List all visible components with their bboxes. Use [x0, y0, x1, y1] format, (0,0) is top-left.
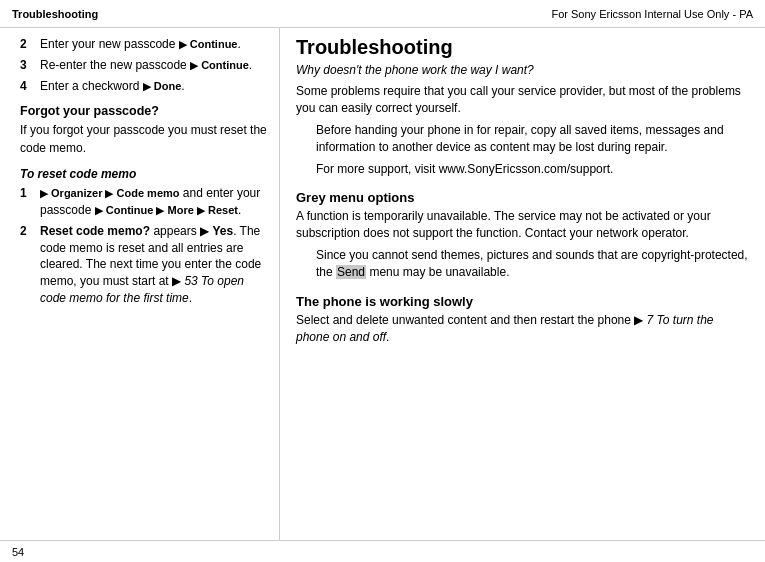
reset-step-list: 1 ▶ Organizer ▶ Code memo and enter your…: [20, 185, 267, 307]
reset-step-2-text: Reset code memo? appears ▶ Yes. The code…: [40, 223, 267, 307]
step-4: 4 Enter a checkword ▶ Done.: [20, 78, 267, 95]
reset-step-2: 2 Reset code memo? appears ▶ Yes. The co…: [20, 223, 267, 307]
step-4-num: 4: [20, 78, 36, 95]
slow-phone-heading: The phone is working slowly: [296, 294, 749, 309]
step-2-num: 2: [20, 36, 36, 53]
slow-phone-ref: 7 To turn the phone on and off: [296, 313, 714, 344]
support-indented: For more support, visit www.SonyEricsson…: [316, 161, 749, 178]
grey-menu-para1: A function is temporarily unavailable. T…: [296, 208, 749, 243]
right-column: Troubleshooting Why doesn't the phone wo…: [280, 28, 765, 540]
reset-step-2-num: 2: [20, 223, 36, 307]
page-wrapper: Troubleshooting For Sony Ericsson Intern…: [0, 0, 765, 562]
step-3-num: 3: [20, 57, 36, 74]
grey-menu-para2: Since you cannot send themes, pictures a…: [316, 247, 749, 282]
reset-code-memo-highlight: Reset code memo?: [40, 224, 150, 238]
step-3: 3 Re-enter the new passcode ▶ Continue.: [20, 57, 267, 74]
step-4-nav: ▶ Done: [143, 80, 182, 92]
content-area: 2 Enter your new passcode ▶ Continue. 3 …: [0, 28, 765, 540]
step-4-text: Enter a checkword ▶ Done.: [40, 78, 267, 95]
reset-step-1-nav2: ▶ Continue ▶ More ▶ Reset: [95, 204, 238, 216]
slow-phone-para: Select and delete unwanted content and t…: [296, 312, 749, 347]
reset-step-1: 1 ▶ Organizer ▶ Code memo and enter your…: [20, 185, 267, 219]
forgot-para: If you forgot your passcode you must res…: [20, 122, 267, 157]
intro-indented: Before handing your phone in for repair,…: [316, 122, 749, 157]
send-highlight: Send: [336, 265, 366, 279]
header: Troubleshooting For Sony Ericsson Intern…: [0, 0, 765, 28]
main-title: Troubleshooting: [296, 36, 749, 59]
step-2-text: Enter your new passcode ▶ Continue.: [40, 36, 267, 53]
intro-para: Some problems require that you call your…: [296, 83, 749, 118]
page-number: 54: [12, 546, 24, 558]
grey-menu-heading: Grey menu options: [296, 190, 749, 205]
reset-step-1-text: ▶ Organizer ▶ Code memo and enter your p…: [40, 185, 267, 219]
step-3-text: Re-enter the new passcode ▶ Continue.: [40, 57, 267, 74]
step-list-main: 2 Enter your new passcode ▶ Continue. 3 …: [20, 36, 267, 94]
step-2: 2 Enter your new passcode ▶ Continue.: [20, 36, 267, 53]
step-3-nav: ▶ Continue: [190, 59, 249, 71]
step-2-nav: ▶ Continue: [179, 38, 238, 50]
forgot-heading: Forgot your passcode?: [20, 104, 267, 118]
left-column: 2 Enter your new passcode ▶ Continue. 3 …: [0, 28, 280, 540]
reset-heading: To reset code memo: [20, 167, 267, 181]
italic-ref: 53 To open code memo for the first time: [40, 274, 244, 305]
header-left-label: Troubleshooting: [12, 8, 98, 20]
reset-step-1-nav1: ▶ Organizer ▶ Code memo: [40, 187, 180, 199]
reset-step-1-num: 1: [20, 185, 36, 219]
footer: 54: [0, 540, 765, 562]
subtitle: Why doesn't the phone work the way I wan…: [296, 63, 749, 77]
yes-highlight: Yes: [212, 224, 233, 238]
header-center-label: For Sony Ericsson Internal Use Only - PA: [551, 8, 753, 20]
